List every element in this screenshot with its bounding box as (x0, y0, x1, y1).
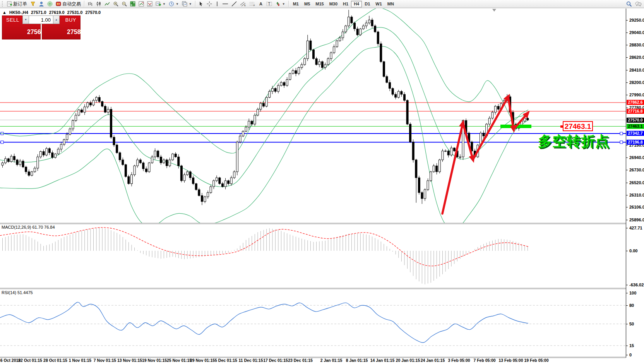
tf-button-M30[interactable]: M30 (327, 1, 340, 7)
market-depth-button[interactable] (29, 0, 37, 7)
zoom-in-icon (113, 1, 118, 7)
fibonacci-icon: F (249, 1, 255, 7)
macd-tick (626, 251, 628, 251)
volume-decrease-button[interactable]: ▼ (22, 15, 29, 24)
price-callout-handle[interactable] (560, 125, 563, 128)
search-icon (626, 1, 632, 7)
date-label: 7 Feb 05:00 (473, 358, 495, 363)
periods-button[interactable]: ▼ (167, 0, 180, 7)
clock-icon (169, 1, 174, 7)
text-icon: A (259, 1, 263, 7)
funnel-icon (30, 1, 36, 7)
tf-button-M5[interactable]: M5 (301, 1, 313, 7)
equidistant-channel-icon: E (240, 1, 246, 7)
signals-button[interactable] (46, 0, 54, 7)
new-chart-button[interactable]: ▼ (154, 0, 167, 7)
rsi-line (0, 302, 528, 342)
volume-control: ▼ ▲ (22, 15, 60, 24)
community-button[interactable] (37, 0, 46, 7)
price-tick (626, 145, 628, 146)
toolbar-separator (195, 1, 195, 7)
text-tool-button[interactable]: A (257, 0, 265, 7)
svg-text:T: T (268, 2, 270, 6)
arrows-tool-button[interactable]: ▼ (274, 0, 287, 7)
price-line-label: 27463.1 (627, 124, 644, 129)
macd-signal-line (0, 228, 529, 266)
svg-text:E: E (244, 4, 246, 7)
volume-input[interactable] (29, 15, 53, 24)
toolbar-separator (288, 1, 289, 7)
bar-chart-icon (87, 1, 93, 7)
tf-button-MN[interactable]: MN (385, 1, 397, 7)
rsi-tick-label: 50 (629, 322, 634, 326)
date-label: 23 Dec 01:15 (288, 358, 313, 363)
date-label: 1 Nov 01:15 (69, 358, 91, 363)
volume-increase-button[interactable]: ▲ (53, 15, 60, 24)
trendline-tool-button[interactable] (230, 0, 238, 7)
tf-button-W1[interactable]: W1 (373, 1, 385, 7)
candlestick-chart-button[interactable] (94, 0, 103, 7)
rsi-tick (626, 305, 628, 306)
bollinger-lower (0, 46, 528, 223)
separate-window-button[interactable] (146, 0, 154, 7)
new-order-button[interactable]: 新订单 (5, 0, 29, 7)
chart-arrow-down-icon (147, 1, 152, 7)
zoom-in-button[interactable] (111, 0, 120, 7)
line-handle (620, 141, 623, 144)
toolbar-grip[interactable] (2, 1, 4, 7)
one-click-trading-panel: SELL 27568.5 BUY 27583.5 ▼ ▲ (2, 15, 80, 39)
date-label: 7 Nov 01:15 (94, 358, 116, 363)
search-button[interactable] (625, 0, 634, 7)
rsi-panel[interactable] (0, 289, 626, 357)
tile-windows-button[interactable] (128, 0, 137, 7)
price-tick (626, 95, 628, 95)
mt4-window: 新订单 自动交易 ▼ ▼ ▼ E F (0, 0, 644, 363)
horizontal-line-tool-button[interactable] (221, 0, 230, 7)
cursor-tool-button[interactable] (197, 0, 205, 7)
macd-panel[interactable] (0, 224, 626, 288)
main-chart[interactable] (0, 9, 626, 223)
template-icon (182, 1, 187, 7)
tf-button-H1[interactable]: H1 (340, 1, 351, 7)
indicators-window-button[interactable] (137, 0, 146, 7)
sell-label: SELL (6, 17, 19, 23)
rsi-tick-label: 0 (629, 353, 632, 357)
auto-trading-button[interactable]: 自动交易 (54, 0, 82, 7)
bar-chart-button[interactable] (86, 0, 94, 7)
templates-button[interactable]: ▼ (180, 0, 194, 7)
cursor-icon (199, 1, 204, 7)
chart-shift-marker-icon[interactable] (492, 9, 496, 12)
vertical-line-tool-button[interactable] (214, 0, 221, 7)
line-handle (1, 141, 3, 144)
zoom-out-button[interactable] (120, 0, 128, 7)
new-order-label: 新订单 (13, 1, 27, 7)
date-label: 17 Dec 01:15 (263, 358, 288, 363)
crosshair-tool-button[interactable] (205, 0, 214, 7)
price-callout-label[interactable]: 27463.1 (563, 121, 593, 131)
price-tick (626, 158, 628, 158)
toolbar-separator (84, 1, 84, 7)
line-chart-button[interactable] (103, 0, 111, 7)
date-label: 20 Jan 01:15 (396, 358, 420, 363)
tf-button-M15[interactable]: M15 (313, 1, 326, 7)
tile-windows-icon (130, 1, 135, 7)
tf-button-M1[interactable]: M1 (290, 1, 301, 7)
date-label: 14 Jan 01:15 (370, 358, 394, 363)
chat-button[interactable] (634, 0, 643, 7)
buy-label: BUY (65, 17, 76, 23)
zigzag-arrow (463, 123, 472, 157)
ohlc-open: 27571.0 (31, 10, 46, 15)
text-label-tool-button[interactable]: T (265, 0, 274, 7)
fibonacci-tool-button[interactable]: F (248, 0, 257, 7)
turning-point-annotation[interactable]: 多空转折点 (538, 132, 610, 151)
collapse-arrow-icon[interactable]: ▲ (2, 10, 7, 15)
channel-tool-button[interactable]: E (238, 0, 248, 7)
new-order-icon (7, 1, 12, 7)
price-tick (626, 170, 628, 170)
price-tick (626, 70, 628, 70)
chart-arrow-up-icon (139, 1, 144, 7)
price-tick-label: 27990.0 (629, 92, 644, 97)
tf-button-D1[interactable]: D1 (362, 1, 373, 7)
bollinger-middle (0, 27, 528, 187)
tf-button-H4[interactable]: H4 (351, 1, 362, 7)
